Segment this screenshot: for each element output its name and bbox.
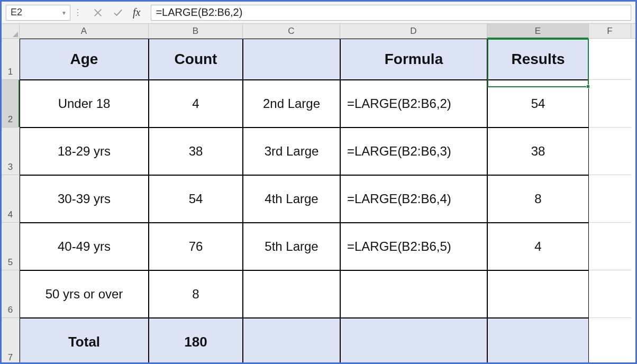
formula-input[interactable]: =LARGE(B2:B6,2): [151, 5, 631, 21]
cell-A2[interactable]: Under 18: [20, 80, 149, 128]
cell-A6[interactable]: 50 yrs or over: [20, 270, 149, 318]
table-row: 3 18-29 yrs 38 3rd Large =LARGE(B2:B6,3)…: [2, 128, 635, 175]
cell-A7[interactable]: Total: [20, 318, 149, 364]
row-header-7[interactable]: 7: [2, 318, 20, 364]
cell-D3[interactable]: =LARGE(B2:B6,3): [340, 128, 487, 175]
cell-E5[interactable]: 4: [487, 223, 589, 270]
cell-C5[interactable]: 5th Large: [243, 223, 340, 270]
cell-B7[interactable]: 180: [149, 318, 243, 364]
cell-F3[interactable]: [589, 128, 631, 175]
col-header-B[interactable]: B: [149, 24, 243, 38]
cell-C7[interactable]: [243, 318, 340, 364]
select-all-corner[interactable]: [2, 24, 20, 38]
row-header-5[interactable]: 5: [2, 223, 20, 270]
spreadsheet-grid: A B C D E F 1 Age Count Formula Results …: [2, 24, 635, 362]
cell-D4[interactable]: =LARGE(B2:B6,4): [340, 175, 487, 223]
cell-E6[interactable]: [487, 270, 589, 318]
row-header-1[interactable]: 1: [2, 39, 20, 80]
cell-D7[interactable]: [340, 318, 487, 364]
separator: ⋮: [70, 2, 85, 23]
total-row: 7 Total 180: [2, 318, 635, 364]
cell-C6[interactable]: [243, 270, 340, 318]
table-header-row: 1 Age Count Formula Results: [2, 39, 635, 80]
cell-C3[interactable]: 3rd Large: [243, 128, 340, 175]
col-header-D[interactable]: D: [340, 24, 487, 38]
cell-C1[interactable]: [243, 39, 340, 80]
cell-D2[interactable]: =LARGE(B2:B6,2): [340, 80, 487, 128]
cell-E4[interactable]: 8: [487, 175, 589, 223]
cell-C2[interactable]: 2nd Large: [243, 80, 340, 128]
cell-B6[interactable]: 8: [149, 270, 243, 318]
cell-B3[interactable]: 38: [149, 128, 243, 175]
header-count[interactable]: Count: [149, 39, 243, 80]
table-row: 5 40-49 yrs 76 5th Large =LARGE(B2:B6,5)…: [2, 223, 635, 270]
formula-bar: E2 ▼ ⋮ fx =LARGE(B2:B6,2): [2, 2, 635, 24]
table-row: 6 50 yrs or over 8: [2, 270, 635, 318]
rows: 1 Age Count Formula Results 2 Under 18 4…: [2, 39, 635, 364]
cell-E3[interactable]: 38: [487, 128, 589, 175]
cell-E7[interactable]: [487, 318, 589, 364]
cell-D5[interactable]: =LARGE(B2:B6,5): [340, 223, 487, 270]
row-header-4[interactable]: 4: [2, 175, 20, 223]
cell-F7[interactable]: [589, 318, 631, 364]
cell-F2[interactable]: [589, 80, 631, 128]
header-age[interactable]: Age: [20, 39, 149, 80]
col-header-A[interactable]: A: [20, 24, 149, 38]
cell-A3[interactable]: 18-29 yrs: [20, 128, 149, 175]
cell-B5[interactable]: 76: [149, 223, 243, 270]
header-formula[interactable]: Formula: [340, 39, 487, 80]
header-results[interactable]: Results: [487, 39, 589, 80]
row-header-6[interactable]: 6: [2, 270, 20, 318]
column-headers: A B C D E F: [2, 24, 635, 39]
enter-icon[interactable]: [113, 7, 123, 18]
cell-F5[interactable]: [589, 223, 631, 270]
cell-F4[interactable]: [589, 175, 631, 223]
row-header-2[interactable]: 2: [2, 80, 20, 128]
cell-B2[interactable]: 4: [149, 80, 243, 128]
col-header-F[interactable]: F: [589, 24, 631, 38]
fx-icon[interactable]: fx: [133, 6, 143, 19]
cell-F6[interactable]: [589, 270, 631, 318]
cell-D6[interactable]: [340, 270, 487, 318]
cell-F1[interactable]: [589, 39, 631, 80]
cell-C4[interactable]: 4th Large: [243, 175, 340, 223]
row-header-3[interactable]: 3: [2, 128, 20, 175]
cell-E2[interactable]: 54: [487, 80, 589, 128]
col-header-C[interactable]: C: [243, 24, 340, 38]
table-row: 4 30-39 yrs 54 4th Large =LARGE(B2:B6,4)…: [2, 175, 635, 223]
name-box[interactable]: E2 ▼: [6, 5, 70, 21]
name-box-dropdown-icon[interactable]: ▼: [61, 10, 67, 15]
cell-A4[interactable]: 30-39 yrs: [20, 175, 149, 223]
cell-A5[interactable]: 40-49 yrs: [20, 223, 149, 270]
col-header-E[interactable]: E: [487, 24, 589, 38]
table-row: 2 Under 18 4 2nd Large =LARGE(B2:B6,2) 5…: [2, 80, 635, 128]
cancel-icon[interactable]: [93, 7, 103, 18]
formula-bar-buttons: fx: [85, 2, 151, 23]
cell-B4[interactable]: 54: [149, 175, 243, 223]
formula-text: =LARGE(B2:B6,2): [156, 6, 242, 19]
cell-reference: E2: [11, 7, 22, 18]
